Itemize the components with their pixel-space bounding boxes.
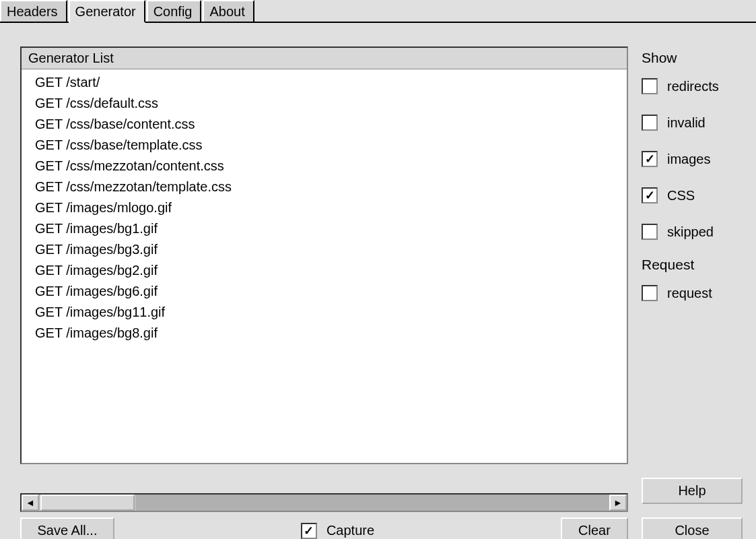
request-title: Request xyxy=(642,257,743,273)
tab-config[interactable]: Config xyxy=(147,0,202,22)
list-item[interactable]: GET /start/ xyxy=(22,72,627,93)
checkbox-label-css: CSS xyxy=(667,188,695,203)
capture-label: Capture xyxy=(327,523,374,538)
list-item[interactable]: GET /images/bg2.gif xyxy=(22,260,627,281)
action-row: Save All... ✓ Capture Clear xyxy=(20,512,628,539)
checkbox-label-req-request: request xyxy=(667,286,712,301)
help-button[interactable]: Help xyxy=(642,478,743,504)
list-item[interactable]: GET /images/bg6.gif xyxy=(22,281,627,302)
show-title: Show xyxy=(642,50,743,66)
list-item[interactable]: GET /images/bg1.gif xyxy=(22,218,627,239)
list-item[interactable]: GET /images/bg8.gif xyxy=(22,323,627,344)
checkbox-css[interactable]: ✓ xyxy=(642,187,658,203)
left-panel: Generator List GET /start/GET /css/defau… xyxy=(20,46,628,464)
checkbox-row-invalid: invalid xyxy=(642,115,743,131)
checkbox-images[interactable]: ✓ xyxy=(642,151,658,167)
generator-list-box: Generator List GET /start/GET /css/defau… xyxy=(20,46,628,464)
capture-group: ✓ Capture xyxy=(301,523,374,539)
checkbox-label-invalid: invalid xyxy=(667,115,706,131)
checkbox-row-skipped: skipped xyxy=(642,224,743,240)
list-item[interactable]: GET /images/bg11.gif xyxy=(22,302,627,323)
scroll-right-icon[interactable]: ► xyxy=(609,495,627,511)
list-item[interactable]: GET /css/default.css xyxy=(22,93,627,114)
list-header: Generator List xyxy=(22,48,627,69)
list-item[interactable]: GET /images/bg3.gif xyxy=(22,239,627,260)
checkbox-row-req-request: request xyxy=(642,285,743,301)
close-button[interactable]: Close xyxy=(642,517,743,539)
scroll-left-icon[interactable]: ◄ xyxy=(22,495,39,511)
tab-generator[interactable]: Generator xyxy=(69,0,145,23)
checkbox-row-css: ✓CSS xyxy=(642,187,743,203)
checkbox-label-skipped: skipped xyxy=(667,224,714,240)
clear-button[interactable]: Clear xyxy=(561,517,628,539)
tab-bar: Headers Generator Config About xyxy=(0,0,756,23)
scroll-track[interactable] xyxy=(136,495,609,511)
checkbox-req-request[interactable] xyxy=(642,285,658,301)
capture-checkbox[interactable]: ✓ xyxy=(301,523,317,539)
list-item[interactable]: GET /css/mezzotan/template.css xyxy=(22,177,627,197)
tab-about[interactable]: About xyxy=(203,0,254,22)
list-item[interactable]: GET /css/base/template.css xyxy=(22,135,627,156)
list-item[interactable]: GET /css/mezzotan/content.css xyxy=(22,156,627,177)
list-body[interactable]: GET /start/GET /css/default.cssGET /css/… xyxy=(22,69,627,463)
bottom-left: ◄ ► Save All... ✓ Capture Clear xyxy=(20,493,628,539)
checkbox-invalid[interactable] xyxy=(642,115,658,131)
bottom-area: ◄ ► Save All... ✓ Capture Clear Help Clo… xyxy=(0,478,756,539)
list-item[interactable]: GET /css/base/content.css xyxy=(22,114,627,135)
checkbox-skipped[interactable] xyxy=(642,224,658,240)
main-content: Generator List GET /start/GET /css/defau… xyxy=(0,23,756,478)
horizontal-scrollbar[interactable]: ◄ ► xyxy=(20,493,628,512)
checkbox-label-redirects: redirects xyxy=(667,79,719,94)
tab-headers[interactable]: Headers xyxy=(0,0,67,22)
checkbox-row-redirects: redirects xyxy=(642,78,743,94)
scroll-thumb[interactable] xyxy=(40,495,135,511)
save-all-button[interactable]: Save All... xyxy=(20,517,114,539)
right-panel: Show redirectsinvalid✓images✓CSSskipped … xyxy=(628,46,743,464)
checkbox-redirects[interactable] xyxy=(642,78,658,94)
bottom-right-col: Help Close xyxy=(642,478,743,539)
checkbox-label-images: images xyxy=(667,152,710,167)
checkbox-row-images: ✓images xyxy=(642,151,743,167)
list-item[interactable]: GET /images/mlogo.gif xyxy=(22,197,627,218)
